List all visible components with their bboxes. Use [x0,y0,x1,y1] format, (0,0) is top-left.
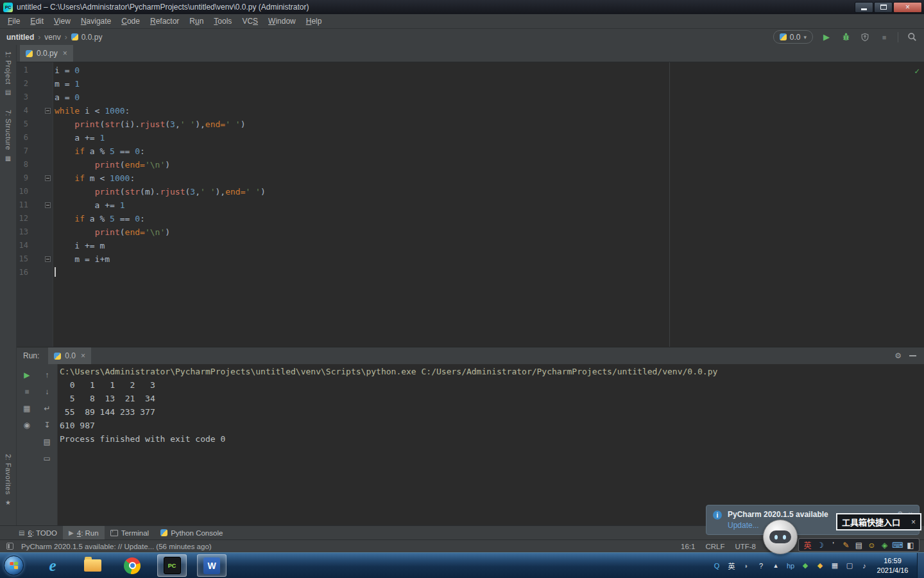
taskbar-chrome-button[interactable] [117,554,147,577]
minimize-button[interactable] [855,2,873,13]
menu-code[interactable]: Code [116,15,145,28]
run-tab-close-icon[interactable]: × [81,351,85,360]
stop-button[interactable]: ■ [878,31,890,43]
display-tray-icon[interactable]: ▢ [844,561,855,571]
toolwindow-button-6-todo[interactable]: ▤6: TODO [13,526,63,539]
code-line-2[interactable]: 2m = 1 [17,77,924,91]
hide-panel-icon[interactable] [909,355,916,356]
restore-layout-icon[interactable]: ▦ [21,403,32,414]
menu-tools[interactable]: Tools [209,15,237,28]
taskbar-word-button[interactable]: W [197,554,227,577]
menu-navigate[interactable]: Navigate [76,15,116,28]
run-config-selector[interactable]: 0.0 ▾ [773,30,813,44]
ime-lang-tray-icon[interactable]: 英 [726,561,737,571]
search-everywhere-button[interactable] [906,31,918,43]
code-line-9[interactable]: 9 if m < 1000: [17,171,924,185]
security-tray-icon[interactable]: ◆ [800,561,810,571]
breadcrumb-item-untitled[interactable]: untitled [6,33,34,42]
tab-0.0.py[interactable]: 0.0.py × [20,45,73,62]
ime-punct-icon[interactable]: ’ [828,539,839,550]
code-line-12[interactable]: 12 if a % 5 == 0: [17,212,924,225]
pin-icon[interactable]: ◉ [21,419,32,430]
menu-run[interactable]: Run [184,15,209,28]
ime-keyboard-icon[interactable]: ⌨ [892,539,903,550]
fold-marker-icon[interactable] [45,202,51,208]
menu-view[interactable]: View [49,15,76,28]
help-tray-icon[interactable]: ? [756,561,766,571]
code-line-1[interactable]: 1i = 0 [17,64,924,77]
debug-button[interactable] [840,31,851,43]
file-encoding[interactable]: UTF-8 [735,543,756,550]
up-stack-trace-icon[interactable]: ↑ [42,369,53,380]
toolwindow-button-python-console[interactable]: Python Console [155,526,228,539]
tab-close-icon[interactable]: × [63,49,67,58]
toolbox-popup-close-icon[interactable]: × [911,518,916,527]
assistant-robot-widget[interactable] [763,520,798,554]
taskbar-explorer-button[interactable] [78,554,107,577]
sidebar-item-1-project[interactable]: 1: Project▤ [4,51,12,96]
inspection-ok-icon[interactable]: ✓ [914,64,920,78]
close-button[interactable]: × [893,2,922,13]
tray-yellow-icon[interactable]: ◆ [815,561,825,571]
clear-all-icon[interactable]: ▭ [42,453,53,464]
qq-tray-icon[interactable]: Q [712,561,722,571]
breadcrumb-item-0.0.py[interactable]: 0.0.py [71,33,103,42]
run-console[interactable]: C:\Users\Administrator\PycharmProjects\u… [58,364,924,525]
hp-tray-icon[interactable]: hp [785,561,796,571]
code-line-16[interactable]: 16 [17,266,924,279]
menu-window[interactable]: Window [263,15,301,28]
ime-emoji-icon[interactable]: ☺ [866,539,877,550]
fold-marker-icon[interactable] [45,108,51,114]
fold-marker-icon[interactable] [45,256,51,262]
breadcrumb-item-venv[interactable]: venv [44,33,60,42]
start-button[interactable] [4,556,24,575]
code-line-11[interactable]: 11 a += 1 [17,198,924,212]
code-line-14[interactable]: 14 i += m [17,239,924,252]
code-line-13[interactable]: 13 print(end='\n') [17,225,924,239]
stop-icon[interactable]: ■ [21,386,32,397]
maximize-button[interactable] [874,2,893,13]
code-editor[interactable]: 1i = 02m = 13a = 04while i < 1000:5 prin… [17,62,924,347]
show-desktop-button[interactable] [917,553,924,578]
tool-window-toggle-icon[interactable] [6,543,13,550]
menu-help[interactable]: Help [301,15,327,28]
rerun-icon[interactable]: ▶ [21,369,32,380]
ime-shield-icon[interactable]: ◈ [879,539,890,550]
code-line-15[interactable]: 15 m = i+m [17,252,924,266]
run-button[interactable]: ▶ [821,31,832,43]
ime-clipboard-icon[interactable]: ▤ [853,539,864,550]
soft-wrap-icon[interactable]: ↵ [42,403,53,414]
print-icon[interactable]: ▤ [42,436,53,447]
line-separator[interactable]: CRLF [705,543,724,550]
volume-tray-icon[interactable]: ♪ [859,561,869,571]
code-line-5[interactable]: 5 print(str(i).rjust(3,' '),end=' ') [17,118,924,131]
menu-refactor[interactable]: Refactor [145,15,184,28]
status-message[interactable]: PyCharm 2020.1.5 available: // Update...… [21,543,212,550]
taskbar-ie-button[interactable]: e [38,554,67,577]
code-line-10[interactable]: 10 print(str(m).rjust(3,' '),end=' ') [17,185,924,198]
taskbar-clock[interactable]: 16:59 2021/4/16 [872,556,913,575]
sidebar-item-7-structure[interactable]: 7: Structure▦ [4,110,12,162]
code-line-8[interactable]: 8 print(end='\n') [17,158,924,171]
menu-edit[interactable]: Edit [25,15,49,28]
toolwindow-button-terminal[interactable]: Terminal [105,526,155,539]
down-stack-trace-icon[interactable]: ↓ [42,386,53,397]
toolwindow-button-4-run[interactable]: ▶4: Run [63,526,105,539]
code-line-7[interactable]: 7 if a % 5 == 0: [17,144,924,158]
ime-lang-icon[interactable]: 英 [802,539,813,550]
code-line-6[interactable]: 6 a += 1 [17,131,924,144]
run-tab[interactable]: 0.0 × [48,347,91,364]
message-tray-icon[interactable]: ▦ [830,561,840,571]
ime-pen-icon[interactable]: ✎ [841,539,851,550]
run-with-coverage-button[interactable] [859,31,871,43]
taskbar-pycharm-button[interactable]: PC [157,554,187,577]
tray-misc-icon[interactable]: ◗ [741,561,751,571]
hidden-icons-icon[interactable]: ▴ [771,561,781,571]
settings-gear-icon[interactable]: ⚙ [894,351,902,360]
caret-position[interactable]: 16:1 [681,543,695,550]
fold-marker-icon[interactable] [45,175,51,181]
menu-file[interactable]: File [3,15,25,28]
ime-halfmoon-icon[interactable]: ☽ [815,539,826,550]
sidebar-item-2-favorites[interactable]: 2: Favorites★ [4,454,12,506]
code-line-3[interactable]: 3a = 0 [17,91,924,104]
